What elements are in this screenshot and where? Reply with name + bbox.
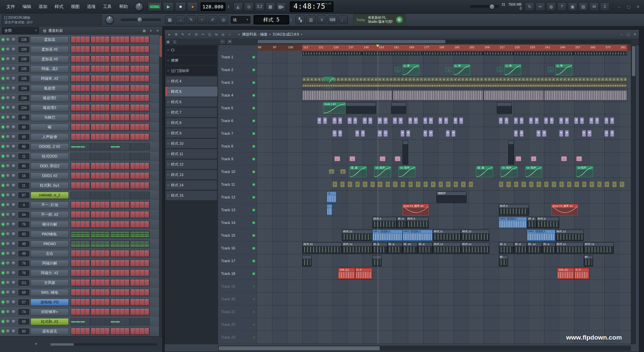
grid-icon[interactable]: ▦ [165, 15, 174, 24]
step-cell[interactable] [91, 66, 95, 72]
step-cell[interactable] [145, 153, 149, 160]
step-cell[interactable] [76, 270, 80, 276]
step-cell[interactable] [76, 134, 80, 140]
clip-note[interactable]: ♪ [446, 67, 451, 72]
step-cell[interactable] [115, 212, 120, 218]
step-cell[interactable] [140, 85, 144, 92]
step-cell[interactable] [135, 163, 140, 169]
step-cell[interactable] [80, 250, 85, 257]
track-mute-led[interactable] [253, 247, 255, 249]
step-cell[interactable] [71, 192, 75, 198]
pan-knob[interactable] [6, 134, 10, 139]
step-cell[interactable] [130, 192, 135, 198]
step-cell[interactable] [100, 56, 105, 62]
step-cell[interactable] [85, 202, 90, 208]
note-clip[interactable]: ▸ [461, 181, 466, 187]
step-cell[interactable] [145, 318, 149, 325]
clip-诺..量[interactable]: 诺..量 [476, 166, 493, 177]
step-cell[interactable] [71, 328, 75, 335]
channel-button[interactable]: 诺有诺无 [31, 328, 69, 335]
step-cell[interactable] [135, 173, 140, 179]
pattern-item[interactable]: ≡样式 10 [165, 138, 217, 149]
pattern-item[interactable]: ≡样式 8 [165, 118, 217, 128]
channel-mute-led[interactable] [2, 330, 4, 333]
step-cell[interactable] [91, 46, 95, 53]
volume-knob[interactable] [11, 241, 16, 246]
step-cell[interactable] [135, 56, 140, 62]
step-cell[interactable] [111, 212, 115, 218]
step-cell[interactable] [111, 124, 115, 130]
snap-mode-select[interactable]: 线 ▾ [231, 16, 250, 23]
step-cell[interactable] [145, 192, 149, 198]
step-cell[interactable] [76, 153, 80, 160]
track-header[interactable]: Track 18 [218, 267, 257, 280]
step-cell[interactable] [96, 114, 100, 121]
clip-Gr..电平[interactable]: Gr..电平 [374, 166, 391, 177]
step-cell[interactable] [140, 260, 144, 267]
channel-filter-select[interactable]: 全部 ▾ [2, 27, 39, 34]
clip-128..(1)[interactable]: 128..(1) [338, 268, 355, 279]
step-sequencer[interactable] [70, 279, 150, 287]
step-cell[interactable] [125, 192, 129, 198]
step-cell[interactable] [80, 309, 85, 315]
flag-clip[interactable]: ⚑ [574, 117, 578, 124]
step-cell[interactable] [100, 241, 105, 247]
step-cell[interactable] [140, 250, 144, 257]
step-cell[interactable] [96, 75, 100, 82]
step-cell[interactable] [91, 221, 95, 228]
step-cell[interactable] [145, 280, 149, 286]
step-cell[interactable] [100, 182, 105, 189]
step-cell[interactable] [76, 212, 80, 218]
step-cell[interactable] [135, 124, 140, 130]
step-cell[interactable] [105, 56, 109, 62]
channel-button[interactable]: 呱处理2 [31, 95, 69, 102]
step-cell[interactable] [80, 202, 85, 208]
step-cell[interactable] [145, 250, 149, 257]
step-cell[interactable] [111, 270, 115, 276]
note-clip[interactable]: ▸ [363, 181, 368, 187]
clip-Free Fil..频率 #4[interactable]: Free Fil..频率 #4 [402, 204, 429, 216]
clip-note[interactable]: ♪ [548, 67, 553, 72]
step-cell[interactable] [96, 192, 100, 198]
step-cell[interactable] [105, 153, 109, 160]
flag-clip[interactable]: ⚑ [536, 130, 540, 137]
brush-icon[interactable]: ✐ [208, 15, 217, 24]
step-cell[interactable] [130, 134, 135, 140]
flag-clip[interactable]: ⚑ [444, 117, 448, 124]
pan-knob[interactable] [6, 154, 10, 159]
channel-button[interactable]: 嗬 [31, 124, 69, 131]
pattern-item[interactable]: ≡样式 12 [165, 159, 217, 169]
volume-knob[interactable] [11, 105, 16, 110]
clip-wave2[interactable] [302, 90, 393, 101]
step-cell[interactable] [80, 318, 85, 325]
step-cell[interactable] [96, 46, 100, 53]
step-cell[interactable] [115, 289, 120, 296]
flag-clip[interactable]: ⚑ [423, 117, 427, 124]
note-clip[interactable]: ▸ [551, 181, 556, 187]
menu-添加[interactable]: 添加 [35, 0, 51, 13]
step-cell[interactable] [71, 124, 75, 130]
step-cell[interactable] [135, 75, 140, 82]
pan-knob[interactable] [6, 290, 10, 295]
flag-clip[interactable]: ⚑ [353, 117, 357, 124]
step-cell[interactable] [105, 280, 109, 286]
play-button[interactable]: ▶ [163, 2, 174, 11]
channel-mute-led[interactable] [2, 320, 4, 323]
step-cell[interactable] [115, 163, 120, 169]
step-cell[interactable] [125, 143, 129, 150]
step-cell[interactable] [100, 46, 105, 53]
flag-clip[interactable]: ⚑ [520, 117, 524, 124]
step-cell[interactable] [130, 153, 135, 160]
step-cell[interactable] [111, 250, 115, 257]
volume-knob[interactable] [11, 280, 16, 285]
step-cell[interactable] [76, 202, 80, 208]
clip-HR3..说谎的人[interactable]: HR3..说谎的人 [402, 230, 433, 241]
pattern-item[interactable]: ≡样式 4 [165, 76, 217, 86]
channel-mute-led[interactable] [2, 194, 4, 196]
pan-knob[interactable] [6, 96, 10, 100]
step-cell[interactable] [145, 260, 149, 267]
step-cell[interactable] [80, 270, 85, 276]
step-cell[interactable] [130, 95, 135, 101]
step-cell[interactable] [91, 153, 95, 160]
step-cell[interactable] [96, 318, 100, 325]
